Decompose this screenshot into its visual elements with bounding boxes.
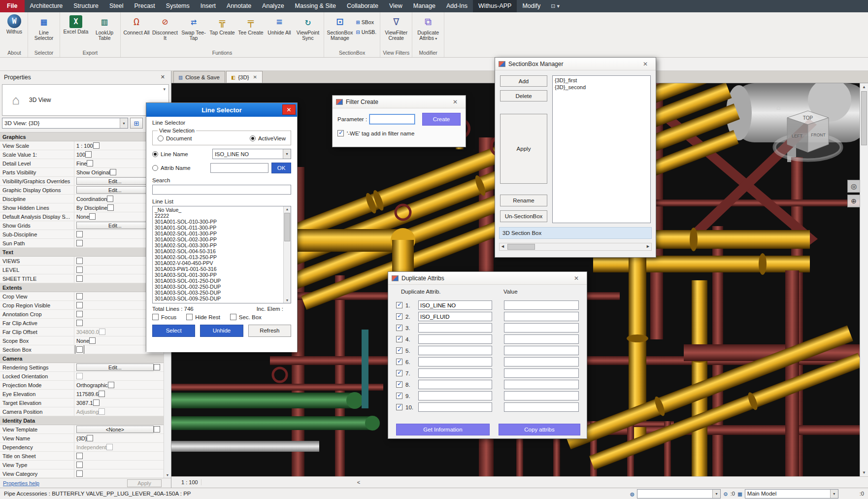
ribbon-button[interactable]: Ω Connect All	[123, 13, 150, 49]
property-row[interactable]: Extents	[0, 283, 164, 292]
property-row[interactable]: Far Clip Offset 304800.0 304800.0	[0, 328, 164, 336]
property-row[interactable]: View Type	[0, 461, 164, 469]
property-row[interactable]: Scope Box None None	[0, 336, 164, 345]
activeview-radio[interactable]: ActiveView	[250, 135, 286, 141]
close-icon[interactable]: ✕	[282, 104, 296, 115]
property-checkbox[interactable]	[76, 311, 83, 317]
property-checkbox[interactable]	[107, 204, 114, 211]
un-sectionbox-button[interactable]: Un-SectionBox	[500, 210, 547, 222]
property-row[interactable]: Show Grids Edit... Edit...	[0, 221, 164, 230]
property-row[interactable]: Far Clip Active	[0, 319, 164, 328]
attrib-input[interactable]	[418, 380, 492, 389]
we-tag-checkbox[interactable]: '-WE' tag add in filter name	[333, 126, 466, 136]
property-checkbox[interactable]	[154, 426, 160, 432]
value-input[interactable]	[504, 357, 579, 366]
property-checkbox[interactable]	[76, 462, 83, 468]
viewcube-top-face[interactable]: TOP	[803, 115, 813, 121]
property-row[interactable]: LEVEL	[0, 266, 164, 274]
viewcube-left-face[interactable]: LEFT	[792, 133, 803, 138]
property-row[interactable]: Show Hidden Lines By Discipline By Disci…	[0, 203, 164, 212]
menu-tab[interactable]: View	[384, 0, 408, 12]
value-input[interactable]	[504, 300, 579, 310]
property-row[interactable]: Sub-Discipline	[0, 230, 164, 239]
line-list[interactable]: _No Value_22222301A001-SOL-010-300-PP301…	[152, 206, 291, 303]
scroll-up-icon[interactable]: ▲	[284, 207, 291, 211]
editing-requests-icon[interactable]: ⚙	[724, 490, 728, 498]
ok-button[interactable]: OK	[271, 163, 291, 173]
ribbon-button[interactable]: ≡ Unhide All	[266, 13, 293, 49]
property-checkbox[interactable]	[76, 266, 83, 273]
line-list-item[interactable]: 301A003-PW1-001-50-316	[153, 266, 283, 272]
scrollbar-thumb[interactable]	[507, 244, 535, 250]
attrib-input[interactable]	[418, 300, 492, 310]
line-list-item[interactable]: 301A002-SOL-001-300-PP	[153, 231, 283, 236]
zoom-icon[interactable]: ⊕	[847, 195, 860, 207]
line-list-item[interactable]: 301A003-SOL-009-250-DUP	[153, 296, 283, 301]
menu-tab[interactable]: Collaborate	[341, 0, 384, 12]
home-icon[interactable]: ⌂	[776, 103, 780, 111]
property-row[interactable]: Graphic Display Options Edit... Edit...	[0, 186, 164, 195]
property-checkbox[interactable]	[76, 453, 83, 459]
property-row[interactable]: Default Analysis Display S... None None	[0, 212, 164, 221]
property-checkbox[interactable]	[108, 382, 114, 388]
line-list-item[interactable]: 301A002-V-040-450-PPV	[153, 260, 283, 266]
tab-3d-view[interactable]: ◧ {3D} ✕	[226, 71, 263, 83]
search-input[interactable]	[152, 185, 291, 195]
menu-tab[interactable]: Withus-APP	[473, 0, 517, 12]
property-row[interactable]: View Name {3D} {3D}	[0, 434, 164, 443]
property-row[interactable]: Crop View	[0, 292, 164, 301]
close-icon[interactable]: ✕	[638, 61, 652, 67]
property-checkbox[interactable]	[76, 240, 83, 246]
select-button[interactable]: Select	[152, 325, 195, 337]
row-checkbox[interactable]	[396, 370, 402, 376]
line-list-item[interactable]: 301A003-SOL-002-250-DUP	[153, 284, 283, 290]
ribbon-display-toggle[interactable]: ⊡ ▾	[546, 0, 565, 12]
line-list-item[interactable]: 301A003-SOL-001-250-DUP	[153, 278, 283, 284]
scrollbar-thumb[interactable]	[284, 213, 290, 241]
property-row[interactable]: Identity Data	[0, 416, 164, 425]
property-row[interactable]: Eye Elevation 117589.6 117589.6	[0, 390, 164, 399]
property-row[interactable]: Text	[0, 248, 164, 257]
property-edit-button[interactable]: Edit...	[76, 186, 154, 194]
row-checkbox[interactable]	[396, 313, 402, 320]
row-checkbox[interactable]	[396, 336, 402, 342]
attrib-input[interactable]	[418, 312, 492, 321]
ribbon-button[interactable]: ⊘ Disconnect It	[151, 13, 179, 49]
attrib-input[interactable]	[418, 357, 492, 366]
property-checkbox[interactable]	[99, 329, 105, 335]
viewport-scrollbar[interactable]: ▲ ▼	[860, 83, 868, 476]
property-row[interactable]: Detail Level Fine Fine	[0, 159, 164, 168]
property-checkbox[interactable]	[76, 293, 83, 299]
line-list-item[interactable]: 301A003-SOL-001-300-PP	[153, 272, 283, 278]
property-row[interactable]: View Category	[0, 469, 164, 478]
scroll-left-icon[interactable]: ◄	[501, 244, 505, 249]
properties-help-link[interactable]: Properties help	[3, 480, 39, 486]
menu-tab[interactable]: File	[0, 0, 25, 12]
line-list-item[interactable]: 301A003-SOL-003-250-DUP	[153, 290, 283, 296]
attrib-name-input[interactable]	[210, 163, 268, 173]
tab-close-and-save[interactable]: ▤ Close & Save ✕	[173, 71, 225, 83]
ribbon-small-button[interactable]: ⊞ SBox	[355, 17, 378, 27]
ribbon-button[interactable]: ▦ Line Selector	[30, 13, 58, 49]
property-checkbox[interactable]	[87, 435, 93, 441]
ribbon-small-button[interactable]: ⊟ UnSB.	[355, 27, 378, 37]
sec-box-checkbox[interactable]: Sec. Box	[230, 314, 262, 320]
value-input[interactable]	[504, 368, 579, 378]
view-cube[interactable]: TOP LEFT FRONT ⌂	[772, 101, 846, 170]
scroll-right-icon[interactable]: ►	[646, 244, 650, 249]
attrib-input[interactable]	[418, 346, 492, 355]
filter-create-titlebar[interactable]: Filter Create ✕	[333, 96, 466, 108]
navigation-wheel-icon[interactable]: ◎	[847, 180, 860, 193]
refresh-button[interactable]: Refresh	[248, 325, 291, 337]
close-tab-icon[interactable]: ✕	[252, 74, 257, 80]
property-row[interactable]: SHEET TITLE	[0, 274, 164, 283]
property-checkbox[interactable]	[89, 337, 96, 344]
line-list-item[interactable]: 301A001-SOL-010-300-PP	[153, 219, 283, 225]
attrib-input[interactable]	[418, 391, 492, 400]
scroll-down-icon[interactable]: ▼	[860, 470, 868, 475]
horizontal-scrollbar[interactable]: ◄ ►	[499, 243, 652, 251]
value-input[interactable]	[504, 402, 579, 412]
delete-button[interactable]: Delete	[500, 90, 547, 101]
property-checkbox[interactable]	[110, 169, 116, 175]
edit-type-button[interactable]: ⊞	[130, 118, 143, 129]
